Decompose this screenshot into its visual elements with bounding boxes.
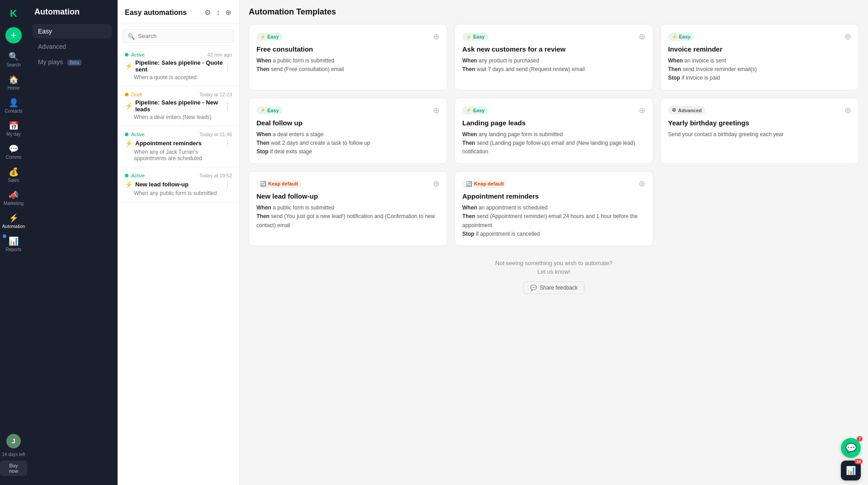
analytics-fab-icon: 📊	[846, 466, 856, 475]
search-input[interactable]	[123, 29, 234, 43]
comms-icon: 💬	[9, 144, 19, 154]
templates-title: Automation Templates	[249, 7, 859, 17]
template-card-landing-page: ⚡ Easy ⊕ Landing page leads When any lan…	[455, 98, 653, 164]
card-badge: 🔄 Keap default	[256, 180, 302, 188]
card-badge: ⚡ Easy	[462, 33, 489, 41]
advanced-icon: ⚙	[672, 107, 676, 113]
lightning-badge-icon: ⚡	[672, 34, 677, 39]
sidebar-item-myday[interactable]: 📅 My day	[2, 118, 25, 139]
automation-item[interactable]: Active 42 min ago ⚡ Pipeline: Sales pipe…	[118, 47, 239, 86]
sidebar-item-easy[interactable]: Easy	[33, 24, 112, 38]
card-body: When an invoice is sent Then send Invoic…	[668, 57, 851, 83]
sidebar-item-search[interactable]: 🔍 Search	[2, 49, 25, 70]
item-name: Appointment reminders	[135, 140, 223, 147]
item-description: When any public form is submitted	[125, 190, 232, 196]
card-add-button[interactable]: ⊕	[433, 32, 440, 42]
card-badge: ⚡ Easy	[256, 106, 283, 114]
nav-icons-bar: K + 🔍 Search 🏠 Home 👤 Contacts 📅 My day …	[0, 0, 27, 485]
template-card-appointment-reminders: 🔄 Keap default ⊕ Appointment reminders W…	[455, 171, 653, 246]
templates-area: Automation Templates ⚡ Easy ⊕ Free consu…	[240, 0, 868, 485]
card-badge: 🔄 Keap default	[462, 180, 508, 188]
lightning-icon: ⚡	[125, 62, 133, 70]
sidebar-item-comms[interactable]: 💬 Comms	[2, 141, 25, 162]
sidebar-item-reports[interactable]: 📊 Reports	[2, 233, 25, 255]
chat-fab-icon: 💬	[845, 442, 857, 453]
feedback-section: Not seeing something you wish to automat…	[249, 246, 859, 308]
automation-list: Active 42 min ago ⚡ Pipeline: Sales pipe…	[118, 47, 239, 485]
nav-bottom: J 14 days left Buy now	[0, 434, 27, 480]
feedback-line1: Not seeing something you wish to automat…	[249, 260, 859, 266]
status-dot-active	[125, 133, 128, 136]
card-title: Yearly birthday greetings	[668, 119, 851, 127]
marketing-icon: 📣	[9, 190, 19, 200]
template-card-free-consultation: ⚡ Easy ⊕ Free consultation When a public…	[249, 24, 447, 90]
search-icon-inner: 🔍	[128, 33, 135, 39]
avatar[interactable]: J	[6, 434, 21, 448]
item-description: When a quote is accepted	[125, 74, 232, 81]
analytics-fab[interactable]: 📊 14	[841, 461, 861, 480]
item-menu-button[interactable]: ⋮	[223, 62, 232, 71]
sidebar-item-automation[interactable]: ⚡ Automation	[2, 210, 25, 232]
feedback-line2: Let us know!	[249, 268, 859, 275]
card-badge: ⚡ Easy	[668, 33, 694, 41]
sidebar-item-contacts[interactable]: 👤 Contacts	[2, 95, 25, 116]
sidebar-item-sales[interactable]: 💰 Sales	[2, 164, 25, 185]
automations-panel: Easy automations ⚙ ↕ ⊕ 🔍 Active	[118, 0, 240, 485]
templates-grid: ⚡ Easy ⊕ Free consultation When a public…	[249, 24, 859, 246]
card-body: When a public form is submitted Then sen…	[256, 57, 440, 74]
panel-title: Easy automations	[125, 9, 200, 17]
search-box: 🔍	[123, 29, 234, 43]
sidebar-item-myplays[interactable]: My plays Beta	[33, 55, 112, 69]
item-time: Today at 10:52	[199, 173, 232, 178]
sidebar-item-marketing[interactable]: 📣 Marketing	[2, 187, 25, 209]
item-name: Pipeline: Sales pipeline - Quote sent	[135, 59, 223, 73]
status-dot-active	[125, 53, 128, 57]
sidebar: Automation Easy Advanced My plays Beta	[27, 0, 118, 485]
automation-item[interactable]: Active Today at 11:46 ⚡ Appointment remi…	[118, 126, 239, 167]
add-button[interactable]: +	[5, 27, 22, 43]
beta-badge: Beta	[67, 60, 81, 66]
buy-now-button[interactable]: Buy now	[0, 461, 27, 476]
chat-fab[interactable]: 💬 7	[841, 438, 861, 458]
contacts-icon: 👤	[9, 98, 19, 108]
card-body: When a deal enters a stage Then wait 2 d…	[256, 130, 440, 157]
card-add-button[interactable]: ⊕	[639, 105, 645, 115]
status-text: Draft	[131, 92, 142, 97]
lightning-icon: ⚡	[125, 181, 133, 188]
card-add-button[interactable]: ⊕	[844, 32, 851, 42]
add-automation-button[interactable]: ⊕	[224, 7, 232, 18]
card-add-button[interactable]: ⊕	[433, 179, 440, 189]
card-badge: ⚡ Easy	[256, 33, 283, 41]
card-title: Invoice reminder	[668, 45, 851, 53]
keap-icon: 🔄	[260, 181, 266, 187]
sort-button[interactable]: ↕	[215, 8, 221, 18]
item-name: New lead follow-up	[135, 181, 223, 188]
card-add-button[interactable]: ⊕	[639, 32, 645, 42]
sidebar-item-home[interactable]: 🏠 Home	[2, 72, 25, 93]
automation-item[interactable]: Draft Today at 12:23 ⚡ Pipeline: Sales p…	[118, 86, 239, 126]
sort-icon: ↕	[216, 9, 220, 16]
automation-icon: ⚡	[9, 213, 19, 223]
share-feedback-button[interactable]: 💬 Share feedback	[523, 281, 584, 294]
sidebar-item-advanced[interactable]: Advanced	[33, 39, 112, 54]
item-menu-button[interactable]: ⋮	[223, 102, 232, 110]
sidebar-title: Automation	[33, 7, 112, 17]
automation-item[interactable]: Active Today at 10:52 ⚡ New lead follow-…	[118, 167, 239, 202]
item-time: Today at 12:23	[199, 92, 232, 97]
card-title: Appointment reminders	[462, 192, 645, 200]
days-left-label: 14 days left	[2, 452, 25, 457]
card-add-button[interactable]: ⊕	[844, 105, 851, 115]
template-card-deal-followup: ⚡ Easy ⊕ Deal follow up When a deal ente…	[249, 98, 447, 164]
item-time: 42 min ago	[208, 52, 232, 57]
calendar-icon: 📅	[9, 121, 19, 131]
filter-icon: ⚙	[204, 9, 211, 16]
item-menu-button[interactable]: ⋮	[223, 139, 232, 147]
status-text: Active	[131, 173, 145, 178]
card-title: New lead follow-up	[256, 192, 440, 200]
item-menu-button[interactable]: ⋮	[223, 180, 232, 189]
card-add-button[interactable]: ⊕	[639, 179, 645, 189]
card-body: When an appointment is scheduled Then se…	[462, 204, 645, 238]
card-body: Send your contact a birthday greeting ea…	[668, 130, 851, 139]
filter-button[interactable]: ⚙	[204, 7, 212, 18]
card-add-button[interactable]: ⊕	[433, 105, 440, 115]
